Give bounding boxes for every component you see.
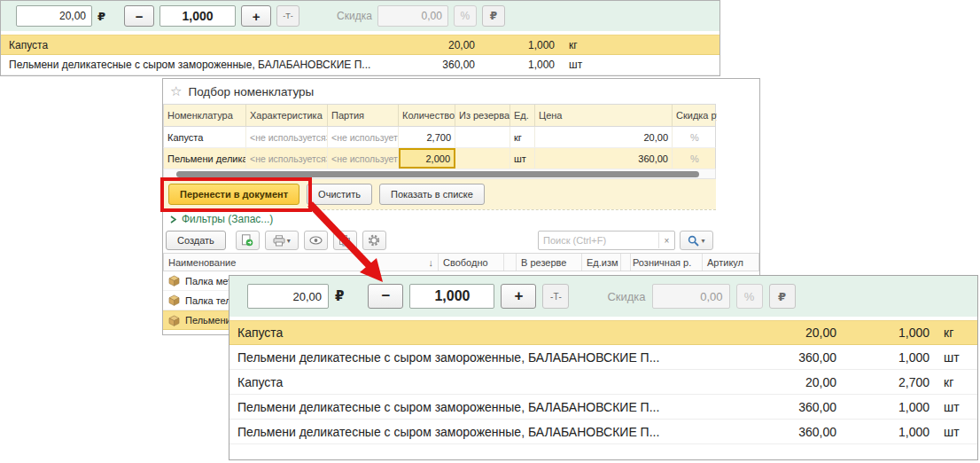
col-from-reserve[interactable]: Из резерва (455, 105, 510, 126)
price-input[interactable]: 20,00 (16, 5, 92, 27)
item-qty: 1,000 (844, 400, 937, 414)
quantity-input[interactable]: 1,000 (409, 284, 494, 309)
selection-row[interactable]: Капуста <не используется> <не использует… (163, 127, 716, 148)
col-discount[interactable]: Скидка ру (673, 105, 717, 126)
ruble-button[interactable]: ₽ (482, 5, 505, 27)
cell-quantity: 2,700 (399, 127, 455, 147)
plus-button[interactable]: + (501, 284, 536, 309)
discount-label: Скидка (337, 10, 372, 22)
cell-characteristic: <не используется> (246, 127, 328, 147)
ruble-label: ₽ (97, 10, 105, 23)
col-spacer (504, 254, 517, 271)
table-row[interactable]: Капуста 20,00 1,000 кг (1, 35, 719, 55)
item-unit: шт (937, 350, 977, 365)
item-cube-icon (168, 275, 180, 286)
text-edit-icon[interactable]: -Т- (542, 284, 569, 309)
table-row[interactable]: Капуста 20,00 2,700 кг (229, 370, 977, 395)
cell-unit: шт (510, 148, 535, 169)
paste-button[interactable] (333, 231, 357, 250)
quantity-price-toolbar: 20,00 ₽ − 1,000 + -Т- Скидка 0,00 % ₽ (229, 276, 977, 317)
item-name: Пельмени деликатесные с сыром замороженн… (229, 400, 746, 414)
col-unit[interactable]: Ед.изм (582, 254, 621, 271)
preview-button[interactable] (304, 231, 328, 250)
item-price: 20,00 (746, 375, 844, 389)
item-unit: кг (562, 39, 719, 51)
cell-discount: % (673, 127, 717, 147)
eye-icon (309, 236, 323, 245)
table-row[interactable]: Пельмени деликатесные с сыром замороженн… (229, 345, 977, 370)
table-row[interactable]: Пельмени деликатесные с сыром замороженн… (229, 395, 977, 420)
col-retail[interactable]: Розничная р. (628, 254, 703, 271)
item-price: 360,00 (746, 400, 844, 414)
table-row[interactable]: Пельмени деликатесные с сыром замороженн… (1, 55, 719, 75)
settings-button[interactable] (362, 231, 386, 250)
cell-quantity-selected[interactable]: 2,000 (399, 148, 455, 169)
filters-link[interactable]: Фильтры (Запас...) (163, 209, 716, 228)
cell-price: 360,00 (535, 148, 673, 169)
table-row[interactable]: Пельмени деликатесные с сыром замороженн… (229, 420, 977, 444)
col-price[interactable]: Цена (535, 105, 673, 126)
table-row[interactable]: Капуста 20,00 1,000 кг (229, 320, 977, 345)
col-free[interactable]: Свободно (439, 254, 504, 271)
item-unit: шт (562, 59, 719, 71)
item-qty: 1,000 (482, 59, 562, 71)
load-file-button[interactable] (236, 231, 260, 250)
cell-name: Пельмени деликатесн... (164, 148, 246, 169)
document-import-icon (241, 234, 253, 247)
percent-button: % (454, 5, 477, 27)
cell-discount: % (673, 148, 717, 169)
item-price: 20,00 (746, 326, 844, 340)
col-unit[interactable]: Ед. (510, 105, 535, 126)
dropdown-caret: ▾ (287, 237, 291, 245)
col-characteristic[interactable]: Характеристика (246, 105, 328, 126)
col-article[interactable]: Артикул (703, 254, 758, 271)
print-button[interactable]: ▾ (265, 231, 299, 250)
search-field[interactable]: × (538, 231, 675, 250)
item-qty: 1,000 (844, 326, 937, 340)
percent-button: % (736, 284, 763, 309)
clipboard-icon (338, 234, 351, 247)
search-input[interactable] (539, 235, 658, 246)
show-in-list-button[interactable]: Показать в списке (379, 184, 485, 205)
plus-button[interactable]: + (241, 5, 271, 27)
text-edit-icon[interactable]: -Т- (276, 5, 299, 27)
item-unit: шт (937, 425, 977, 439)
favorite-star-icon[interactable]: ☆ (170, 83, 182, 99)
col-batch[interactable]: Партия (328, 105, 399, 126)
result-document-panel: 20,00 ₽ − 1,000 + -Т- Скидка 0,00 % ₽ Ка… (229, 275, 978, 460)
clear-button[interactable]: Очистить (307, 184, 372, 205)
item-name: Пельмени деликатесные с сыром замороженн… (1, 59, 398, 71)
clear-search-icon[interactable]: × (658, 232, 674, 248)
create-button[interactable]: Создать (166, 231, 226, 250)
item-name: Капуста (1, 39, 398, 51)
item-name: Капуста (229, 326, 746, 340)
item-qty: 1,000 (482, 39, 562, 51)
search-button[interactable]: ▾ (680, 231, 713, 250)
cell-characteristic: <не используется> (246, 148, 328, 169)
col-nomenclature[interactable]: Номенклатура (164, 105, 246, 126)
gear-icon (368, 234, 380, 247)
horizontal-scrollbar[interactable] (163, 169, 716, 179)
minus-button[interactable]: − (124, 5, 154, 27)
discount-input: 0,00 (652, 284, 730, 309)
item-qty: 2,700 (844, 375, 937, 389)
cell-from-reserve (455, 148, 510, 169)
quantity-input[interactable]: 1,000 (159, 5, 236, 27)
ruble-button[interactable]: ₽ (769, 284, 796, 309)
selection-row-selected[interactable]: Пельмени деликатесн... <не используется>… (163, 148, 716, 169)
printer-icon (273, 235, 285, 247)
col-name[interactable]: Наименование ↓ (164, 254, 439, 271)
magnifier-icon (688, 235, 699, 247)
price-input[interactable]: 20,00 (247, 284, 329, 309)
scrollbar-thumb[interactable] (176, 171, 699, 177)
col-reserve[interactable]: В резерве (517, 254, 582, 271)
item-price: 360,00 (398, 59, 482, 71)
item-qty: 1,000 (844, 350, 937, 365)
minus-button[interactable]: − (368, 284, 403, 309)
discount-input: 0,00 (377, 5, 448, 27)
dialog-command-bar: Перенести в документ Очистить Показать в… (163, 179, 716, 209)
col-quantity[interactable]: Количество (399, 105, 455, 126)
transfer-to-document-button[interactable]: Перенести в документ (168, 184, 299, 205)
dropdown-caret: ▾ (701, 237, 704, 245)
chevron-right-icon (170, 216, 176, 224)
